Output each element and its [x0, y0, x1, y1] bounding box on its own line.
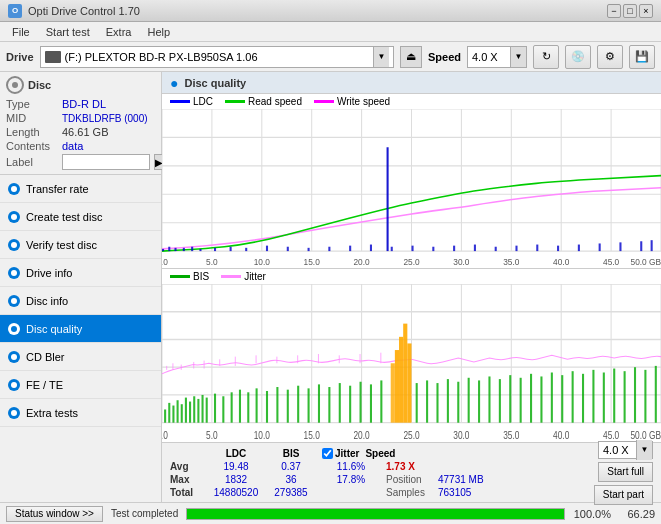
svg-rect-133 [318, 384, 320, 422]
disc-length-value: 46.61 GB [62, 126, 108, 138]
svg-rect-107 [318, 354, 319, 363]
stats-avg-speed: 1.73 X [386, 461, 415, 472]
svg-rect-167 [644, 369, 646, 422]
menu-help[interactable]: Help [139, 24, 178, 40]
menu-start-test[interactable]: Start test [38, 24, 98, 40]
svg-text:25.0: 25.0 [403, 428, 419, 440]
legend-bis: BIS [193, 271, 209, 282]
svg-rect-143 [391, 363, 395, 422]
save-button[interactable]: 💾 [629, 45, 655, 69]
disc-button[interactable]: 💿 [565, 45, 591, 69]
nav-item-drive-info[interactable]: Drive info [0, 259, 161, 287]
svg-rect-36 [349, 246, 351, 251]
content-title: Disc quality [184, 77, 246, 89]
svg-rect-139 [380, 380, 382, 422]
progress-bar-fill [187, 509, 564, 519]
nav-list: Transfer rateCreate test discVerify test… [0, 175, 161, 427]
nav-item-disc-info[interactable]: Disc info [0, 287, 161, 315]
speed-dropdown-arrow[interactable]: ▼ [510, 47, 526, 67]
settings-button[interactable]: ⚙ [597, 45, 623, 69]
svg-text:50.0 GB: 50.0 GB [631, 428, 661, 440]
maximize-button[interactable]: □ [623, 4, 637, 18]
svg-rect-132 [308, 388, 310, 422]
status-window-button[interactable]: Status window >> [6, 506, 103, 522]
svg-text:25.0: 25.0 [403, 257, 419, 267]
svg-rect-154 [509, 375, 511, 423]
disc-label-input[interactable] [62, 154, 150, 170]
stats-total-label: Total [170, 487, 206, 498]
nav-item-label-verify-test-disc: Verify test disc [26, 239, 97, 251]
speed-selector[interactable]: 4.0 X ▼ [467, 46, 527, 68]
svg-rect-134 [328, 387, 330, 423]
nav-item-transfer-rate[interactable]: Transfer rate [0, 175, 161, 203]
stats-samples-value: 763105 [438, 487, 471, 498]
svg-rect-33 [287, 247, 289, 251]
svg-rect-34 [308, 248, 310, 251]
nav-item-cd-bler[interactable]: CD Bler [0, 343, 161, 371]
nav-item-fe-te[interactable]: FE / TE [0, 371, 161, 399]
svg-rect-129 [276, 387, 278, 423]
close-button[interactable]: × [639, 4, 653, 18]
svg-text:45.0: 45.0 [603, 257, 619, 267]
svg-rect-153 [499, 379, 501, 423]
nav-item-verify-test-disc[interactable]: Verify test disc [0, 231, 161, 259]
drive-label: Drive [6, 51, 34, 63]
svg-rect-159 [561, 375, 563, 423]
svg-rect-124 [231, 392, 233, 422]
drive-bar: Drive (F:) PLEXTOR BD-R PX-LB950SA 1.06 … [0, 42, 661, 72]
disc-type-value: BD-R DL [62, 98, 106, 110]
svg-rect-126 [247, 392, 249, 422]
nav-item-icon-disc-quality [8, 323, 20, 335]
svg-text:0.0: 0.0 [162, 428, 168, 440]
svg-rect-41 [432, 247, 434, 251]
svg-rect-121 [206, 397, 208, 422]
drive-dropdown-arrow[interactable]: ▼ [373, 47, 389, 67]
svg-rect-155 [520, 377, 522, 422]
drive-icon [45, 51, 61, 63]
svg-rect-31 [245, 248, 247, 251]
svg-rect-146 [426, 380, 428, 422]
svg-rect-163 [603, 372, 605, 422]
svg-rect-142 [407, 343, 411, 422]
svg-rect-122 [214, 393, 216, 422]
svg-rect-113 [172, 405, 174, 422]
stats-speed-head: Speed [365, 448, 405, 459]
menu-file[interactable]: File [4, 24, 38, 40]
nav-item-icon-cd-bler [8, 351, 20, 363]
svg-rect-130 [287, 389, 289, 422]
status-value: 66.29 [619, 508, 655, 520]
svg-rect-108 [339, 355, 340, 363]
stats-panel: LDC BIS Jitter Speed Avg 19.48 0.37 11.6 [162, 442, 661, 502]
nav-item-extra-tests[interactable]: Extra tests [0, 399, 161, 427]
svg-rect-48 [578, 245, 580, 252]
nav-item-icon-extra-tests [8, 407, 20, 419]
jitter-checkbox[interactable] [322, 448, 333, 459]
svg-text:10.0: 10.0 [254, 428, 270, 440]
svg-rect-40 [412, 246, 414, 251]
svg-text:30.0: 30.0 [453, 257, 469, 267]
svg-rect-136 [349, 385, 351, 422]
svg-text:0.0: 0.0 [162, 257, 168, 267]
svg-rect-145 [416, 383, 418, 423]
svg-rect-51 [640, 241, 642, 251]
svg-rect-114 [177, 400, 179, 422]
content-header: ● Disc quality [162, 72, 661, 94]
svg-rect-162 [592, 369, 594, 422]
nav-item-create-test-disc[interactable]: Create test disc [0, 203, 161, 231]
eject-button[interactable]: ⏏ [400, 46, 422, 68]
svg-rect-149 [457, 381, 459, 422]
stats-ldc-head: LDC [206, 448, 266, 459]
start-full-button[interactable]: Start full [598, 462, 653, 482]
start-part-button[interactable]: Start part [594, 485, 653, 505]
drive-selector[interactable]: (F:) PLEXTOR BD-R PX-LB950SA 1.06 ▼ [40, 46, 394, 68]
sidebar: Disc Type BD-R DL MID TDKBLDRFB (000) Le… [0, 72, 162, 502]
test-speed-selector[interactable]: 4.0 X ▼ [598, 441, 653, 459]
svg-rect-151 [478, 380, 480, 422]
nav-item-disc-quality[interactable]: Disc quality [0, 315, 161, 343]
menu-extra[interactable]: Extra [98, 24, 140, 40]
test-speed-dropdown-arrow[interactable]: ▼ [636, 440, 652, 460]
svg-rect-46 [536, 245, 538, 252]
svg-rect-118 [193, 396, 195, 422]
refresh-button[interactable]: ↻ [533, 45, 559, 69]
minimize-button[interactable]: − [607, 4, 621, 18]
